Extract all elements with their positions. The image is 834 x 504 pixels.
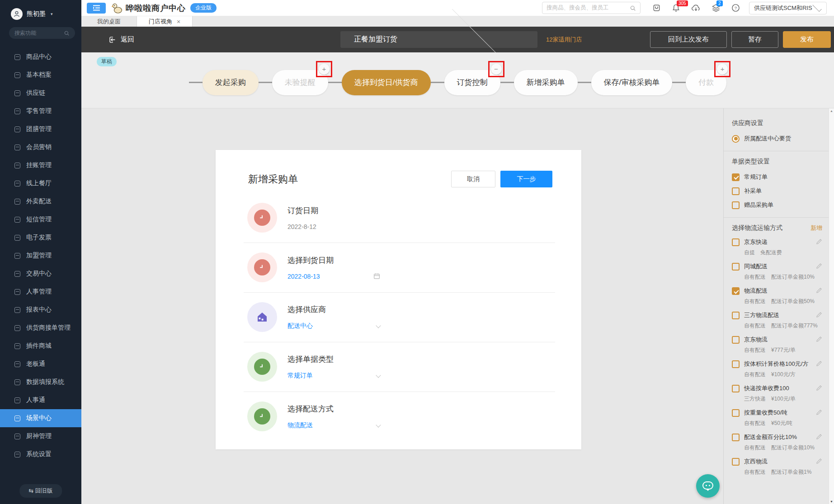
row-value[interactable]: 配送中心 (287, 322, 313, 330)
workspace-tab[interactable]: 我的桌面 (81, 16, 137, 27)
sidebar-item[interactable]: 场景中心 (0, 409, 81, 427)
sidebar-item[interactable]: 基本档案 (0, 66, 81, 84)
node-toggle-button[interactable]: − (491, 64, 502, 75)
scroll-up-arrow[interactable]: ▲ (830, 109, 833, 112)
node-toggle-button[interactable]: + (717, 64, 728, 75)
sidebar-item[interactable]: 商品中心 (0, 48, 81, 66)
sidebar-item[interactable]: 报表中心 (0, 301, 81, 319)
sidebar-item[interactable]: 交易中心 (0, 265, 81, 283)
notifications-button[interactable]: 305 (672, 4, 680, 12)
workflow-step-pill[interactable]: 发起采购 (203, 70, 259, 95)
checkbox[interactable] (732, 187, 740, 195)
radio-selected-icon[interactable] (732, 135, 740, 143)
sidebar-item[interactable]: 电子发票 (0, 229, 81, 247)
node-toggle-button[interactable]: + (319, 64, 330, 75)
messages-button[interactable]: 2 (711, 4, 721, 12)
workflow-step-pill[interactable]: 选择到货日/供货商 (342, 70, 431, 95)
sidebar-item[interactable]: 团膳管理 (0, 120, 81, 138)
calendar-icon[interactable] (373, 273, 380, 280)
scene-selector[interactable]: 正餐加盟订货 (340, 31, 537, 48)
checkbox[interactable] (732, 312, 740, 319)
edit-pencil-icon[interactable] (816, 360, 822, 368)
sidebar-search-input[interactable]: 搜索功能 (9, 27, 75, 39)
row-label: 选择单据类型 (287, 354, 380, 364)
back-to-old-version-button[interactable]: ⇆ 回旧版 (19, 484, 62, 498)
sidebar-item[interactable]: 供应链 (0, 84, 81, 102)
add-logistics-link[interactable]: 新增 (810, 224, 822, 232)
logistics-name: 快递按单收费100 (744, 384, 789, 392)
workflow-step-pill[interactable]: 保存/审核采购单 (591, 70, 673, 95)
checkbox[interactable] (732, 263, 740, 271)
sidebar-item[interactable]: 插件商城 (0, 337, 81, 355)
sidebar-item[interactable]: 系统设置 (0, 445, 81, 463)
edit-pencil-icon[interactable] (816, 458, 822, 466)
customer-service-chat-button[interactable] (696, 474, 720, 498)
user-menu[interactable]: 熊初墨 ▾ (0, 0, 81, 20)
scroll-down-arrow[interactable]: ▼ (830, 500, 833, 503)
checkbox[interactable] (732, 458, 740, 466)
workflow-step-pill[interactable]: 订货控制 − (444, 70, 500, 95)
doc-type-option[interactable]: 补采单 (732, 187, 822, 195)
sidebar-item[interactable]: 线上餐厅 (0, 174, 81, 192)
logistics-option: 物流配送 自有配送 配送订单金额50% (732, 287, 822, 305)
doc-type-option[interactable]: 赠品采购单 (732, 201, 822, 209)
vertical-scrollbar[interactable]: ▲ ▼ (829, 108, 834, 504)
checkbox[interactable] (732, 173, 740, 181)
workspace-tab[interactable]: 门店视角 × (137, 16, 193, 27)
download-button[interactable] (691, 4, 701, 12)
edit-pencil-icon[interactable] (816, 409, 822, 417)
edit-pencil-icon[interactable] (816, 287, 822, 295)
checkbox[interactable] (732, 201, 740, 209)
sidebar-item[interactable]: 厨神管理 (0, 427, 81, 445)
organization-selector[interactable]: 供应链测试SCM和RIS (749, 2, 827, 14)
edit-pencil-icon[interactable] (816, 336, 822, 344)
sidebar-item[interactable]: 人事管理 (0, 283, 81, 301)
publish-button[interactable]: 发布 (783, 31, 831, 48)
sidebar-item[interactable]: 老板通 (0, 355, 81, 373)
checkbox[interactable] (732, 409, 740, 417)
logistics-fee: ¥50元/吨 (771, 420, 792, 427)
checkbox[interactable] (732, 336, 740, 344)
help-button[interactable]: ? (731, 4, 740, 12)
logistics-option: 按体积计算价格100元/方 自有配送 ¥100元/方 (732, 360, 822, 378)
edit-pencil-icon[interactable] (816, 434, 822, 441)
collapse-menu-button[interactable] (87, 3, 106, 14)
supplier-radio-option[interactable]: 所属配送中心要货 (732, 135, 822, 143)
logistics-name: 京东快递 (744, 238, 768, 246)
checkbox[interactable] (732, 385, 740, 392)
edit-pencil-icon[interactable] (816, 238, 822, 246)
row-value[interactable]: 2022-8-12 (287, 223, 316, 230)
row-value[interactable]: 2022-08-13 (287, 273, 320, 280)
sidebar-item[interactable]: 数据填报系统 (0, 373, 81, 391)
save-draft-button[interactable]: 暂存 (731, 31, 778, 48)
sidebar-item[interactable]: 人事通 (0, 391, 81, 409)
cancel-button[interactable]: 取消 (451, 171, 495, 187)
workflow-step-pill[interactable]: 付款 + (686, 70, 726, 95)
restore-last-publish-button[interactable]: 回到上次发布 (650, 31, 727, 48)
checkbox[interactable] (732, 434, 740, 441)
sidebar-item[interactable]: 外卖配送 (0, 192, 81, 210)
sidebar-item[interactable]: 短信管理 (0, 210, 81, 229)
checkbox[interactable] (732, 238, 740, 246)
close-icon[interactable]: × (177, 19, 180, 25)
back-button[interactable]: 返回 (108, 35, 134, 44)
applicable-stores-link[interactable]: 12家适用门店 (546, 27, 582, 52)
workflow-step-pill[interactable]: 未验提醒 + (272, 70, 328, 95)
workflow-step-pill[interactable]: 新增采购单 (514, 70, 578, 95)
edit-pencil-icon[interactable] (816, 385, 822, 392)
doc-type-option[interactable]: 常规订单 (732, 173, 822, 181)
sidebar-item[interactable]: 会员营销 (0, 138, 81, 156)
sidebar-item[interactable]: 零售管理 (0, 102, 81, 120)
sidebar-item[interactable]: 挂账管理 (0, 156, 81, 174)
edit-pencil-icon[interactable] (816, 263, 822, 271)
row-value[interactable]: 常规订单 (287, 372, 313, 380)
store-bag-button[interactable] (652, 4, 661, 12)
global-search-input[interactable]: 搜商品、搜会员、搜员工 (542, 2, 641, 14)
next-step-button[interactable]: 下一步 (500, 171, 552, 187)
row-value[interactable]: 物流配送 (287, 421, 313, 429)
sidebar-item[interactable]: 加盟管理 (0, 247, 81, 265)
edit-pencil-icon[interactable] (816, 312, 822, 319)
checkbox[interactable] (732, 287, 740, 295)
sidebar-item[interactable]: 供货商接单管理 (0, 319, 81, 337)
checkbox[interactable] (732, 360, 740, 368)
